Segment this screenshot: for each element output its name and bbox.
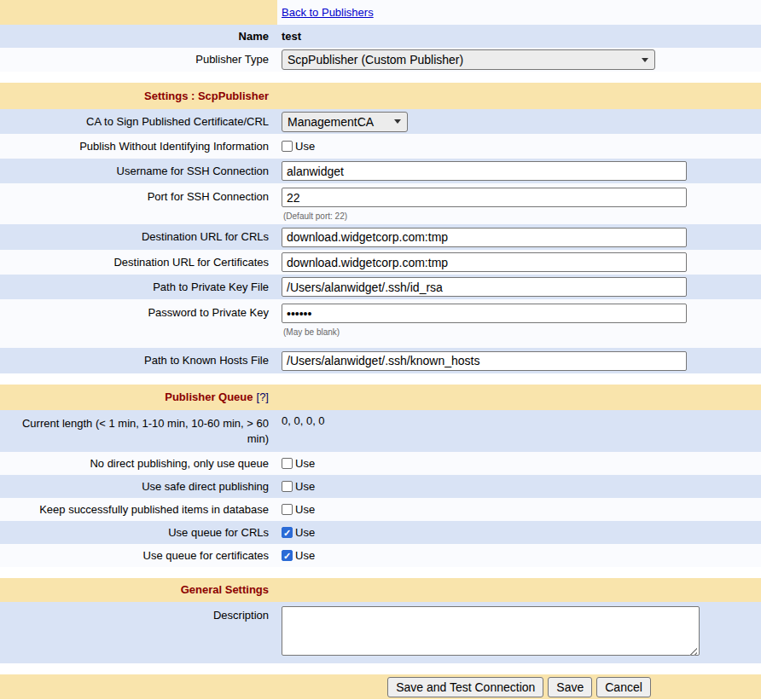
name-label: Name (239, 29, 269, 44)
queue-length-label: Current length (< 1 min, 1-10 min, 10-60… (5, 416, 269, 446)
back-link-left-cell (0, 0, 277, 25)
keep-published-checkbox[interactable] (282, 504, 293, 515)
safe-direct-publishing-row: Use safe direct publishing Use (0, 475, 761, 498)
back-link-row: Back to Publishers (0, 0, 761, 25)
section-gap (0, 567, 761, 578)
anonymize-row: Publish Without Identifying Information … (0, 134, 761, 159)
queue-crls-checkbox[interactable] (282, 527, 293, 538)
queue-length-value: 0, 0, 0, 0 (282, 414, 325, 427)
queue-certificates-row: Use queue for certificates Use (0, 544, 761, 567)
description-textarea[interactable] (282, 606, 700, 656)
port-default-note: (Default port: 22) (282, 211, 347, 221)
cert-url-row: Destination URL for Certificates (0, 250, 761, 275)
username-input[interactable] (282, 161, 687, 181)
no-direct-publishing-label: No direct publishing, only use queue (90, 456, 269, 471)
publisher-type-label: Publisher Type (195, 52, 269, 67)
queue-crls-label: Use queue for CRLs (168, 525, 269, 541)
anonymize-use-label: Use (295, 140, 315, 153)
use-label: Use (295, 480, 315, 493)
use-label: Use (295, 526, 315, 539)
queue-section-title: Publisher Queue (165, 390, 253, 405)
section-gap (0, 72, 761, 83)
queue-certificates-checkbox[interactable] (282, 550, 293, 561)
publisher-queue-help-link[interactable]: [?] (257, 390, 269, 405)
description-label: Description (213, 608, 269, 623)
privkey-row: Path to Private Key File (0, 275, 761, 299)
safe-direct-publishing-label: Use safe direct publishing (142, 479, 269, 495)
privkey-label: Path to Private Key File (153, 280, 269, 295)
ca-select[interactable]: ManagementCA (282, 112, 408, 132)
publisher-type-selected-value: ScpPublisher (Custom Publisher) (288, 53, 463, 67)
description-row: Description (0, 602, 761, 663)
name-value: test (282, 30, 301, 43)
knownhosts-label: Path to Known Hosts File (144, 353, 269, 368)
cert-url-input[interactable] (282, 252, 687, 272)
anonymize-checkbox[interactable] (282, 141, 293, 152)
privkey-path-input[interactable] (282, 277, 687, 297)
no-direct-publishing-row: No direct publishing, only use queue Use (0, 452, 761, 475)
queue-certificates-label: Use queue for certificates (143, 548, 269, 564)
ca-label: CA to Sign Published Certificate/CRL (86, 114, 269, 130)
publisher-type-row: Publisher Type ScpPublisher (Custom Publ… (0, 48, 761, 72)
footer-row: Save and Test Connection Save Cancel (0, 674, 761, 699)
crl-url-label: Destination URL for CRLs (142, 229, 269, 245)
save-button[interactable]: Save (548, 677, 592, 697)
anonymize-label: Publish Without Identifying Information (79, 139, 269, 154)
username-label: Username for SSH Connection (117, 164, 269, 179)
chevron-down-icon (394, 119, 401, 124)
settings-section-header: Settings : ScpPublisher (0, 83, 761, 109)
knownhosts-row: Path to Known Hosts File (0, 348, 761, 373)
keep-published-row: Keep successfully published items in dat… (0, 498, 761, 521)
chevron-down-icon (642, 58, 648, 62)
publisher-type-select[interactable]: ScpPublisher (Custom Publisher) (282, 49, 655, 70)
section-gap (0, 373, 761, 385)
port-label: Port for SSH Connection (148, 189, 269, 205)
password-input[interactable] (282, 304, 687, 323)
port-input[interactable] (282, 188, 687, 207)
use-label: Use (295, 549, 315, 562)
password-row: Password to Private Key (May be blank) (0, 299, 761, 348)
ca-row: CA to Sign Published Certificate/CRL Man… (0, 109, 761, 134)
use-label: Use (295, 503, 315, 516)
keep-published-label: Keep successfully published items in dat… (39, 502, 269, 518)
crl-url-row: Destination URL for CRLs (0, 224, 761, 250)
back-to-publishers-link[interactable]: Back to Publishers (282, 6, 374, 19)
safe-direct-publishing-checkbox[interactable] (282, 481, 293, 492)
crl-url-input[interactable] (282, 228, 687, 247)
cancel-button[interactable]: Cancel (596, 677, 651, 697)
password-blank-note: (May be blank) (282, 327, 340, 337)
edit-publisher-page: Back to Publishers Name test Publisher T… (0, 0, 761, 699)
ca-selected-value: ManagementCA (288, 115, 374, 129)
port-row: Port for SSH Connection (Default port: 2… (0, 183, 761, 224)
knownhosts-path-input[interactable] (282, 351, 687, 371)
name-row: Name test (0, 25, 761, 48)
password-label: Password to Private Key (148, 305, 269, 321)
username-row: Username for SSH Connection (0, 159, 761, 183)
back-link-cell: Back to Publishers (277, 0, 761, 25)
queue-crls-row: Use queue for CRLs Use (0, 521, 761, 544)
settings-section-title: Settings : ScpPublisher (144, 89, 269, 104)
cert-url-label: Destination URL for Certificates (113, 255, 269, 270)
save-and-test-button[interactable]: Save and Test Connection (387, 677, 543, 697)
section-gap (0, 663, 761, 674)
general-section-header: General Settings (0, 578, 761, 602)
general-section-title: General Settings (181, 582, 269, 598)
no-direct-publishing-checkbox[interactable] (282, 458, 293, 469)
queue-length-row: Current length (< 1 min, 1-10 min, 10-60… (0, 410, 761, 452)
queue-section-header: Publisher Queue [?] (0, 385, 761, 410)
use-label: Use (295, 457, 315, 470)
